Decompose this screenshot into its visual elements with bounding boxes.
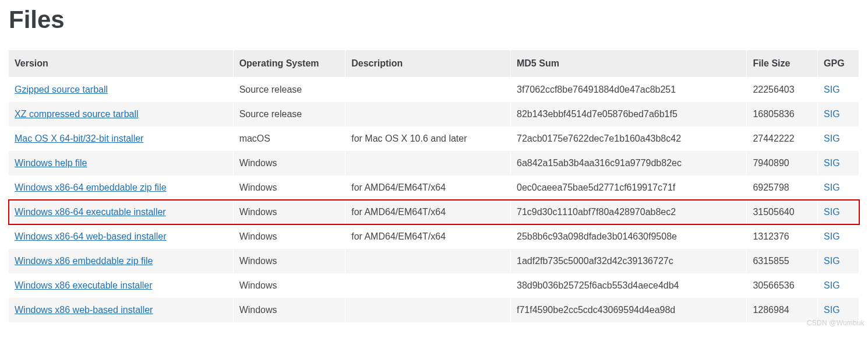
os-cell: Windows [233, 151, 345, 175]
md5-cell: 6a842a15ab3b4aa316c91a9779db82ec [510, 151, 746, 175]
md5-cell: 82b143ebbf4514d7e05876bed7a6b1f5 [510, 102, 746, 126]
filesize-cell: 6925798 [747, 175, 818, 200]
table-row: Windows x86-64 executable installerWindo… [9, 200, 859, 224]
watermark: CSDN @Wumbuk [807, 319, 865, 327]
version-link[interactable]: Windows x86-64 embeddable zip file [15, 182, 167, 192]
filesize-cell: 16805836 [747, 102, 818, 126]
filesize-cell: 22256403 [747, 78, 818, 103]
sig-link[interactable]: SIG [824, 231, 840, 241]
sig-link[interactable]: SIG [824, 207, 840, 217]
version-link[interactable]: Windows x86-64 executable installer [15, 207, 166, 217]
version-link[interactable]: Mac OS X 64-bit/32-bit installer [15, 133, 143, 143]
version-link[interactable]: Windows help file [15, 158, 87, 168]
sig-link[interactable]: SIG [824, 133, 840, 143]
filesize-cell: 7940890 [747, 151, 818, 175]
col-header-desc: Description [345, 50, 511, 78]
os-cell: Windows [233, 249, 345, 273]
version-link[interactable]: Windows x86 web-based installer [15, 305, 153, 315]
description-cell [345, 102, 511, 126]
md5-cell: 71c9d30c1110abf7f80a428970ab8ec2 [510, 200, 746, 224]
description-cell: for AMD64/EM64T/x64 [345, 175, 511, 200]
col-header-size: File Size [747, 50, 818, 78]
col-header-os: Operating System [233, 50, 345, 78]
table-row: Windows x86-64 embeddable zip fileWindow… [9, 175, 859, 200]
sig-link[interactable]: SIG [824, 280, 840, 290]
table-row: Windows x86 executable installerWindows3… [9, 273, 859, 298]
version-link[interactable]: Windows x86-64 web-based installer [15, 231, 167, 241]
table-row: Windows x86 web-based installerWindowsf7… [9, 298, 859, 322]
os-cell: Windows [233, 200, 345, 224]
md5-cell: 72acb0175e7622dec7e1b160a43b8c42 [510, 126, 746, 151]
os-cell: Windows [233, 298, 345, 322]
os-cell: Source release [233, 78, 345, 103]
description-cell [345, 78, 511, 103]
sig-link[interactable]: SIG [824, 182, 840, 192]
table-row: Windows x86 embeddable zip fileWindows1a… [9, 249, 859, 273]
page-title: Files [9, 6, 859, 34]
description-cell: for AMD64/EM64T/x64 [345, 224, 511, 249]
os-cell: macOS [233, 126, 345, 151]
description-cell [345, 298, 511, 322]
os-cell: Windows [233, 224, 345, 249]
table-row: Windows help fileWindows6a842a15ab3b4aa3… [9, 151, 859, 175]
description-cell [345, 273, 511, 298]
filesize-cell: 30566536 [747, 273, 818, 298]
version-link[interactable]: Gzipped source tarball [15, 85, 108, 94]
md5-cell: 38d9b036b25725f6acb553d4aece4db4 [510, 273, 746, 298]
filesize-cell: 27442222 [747, 126, 818, 151]
filesize-cell: 1312376 [747, 224, 818, 249]
table-row: XZ compressed source tarballSource relea… [9, 102, 859, 126]
os-cell: Source release [233, 102, 345, 126]
table-header-row: Version Operating System Description MD5… [9, 50, 859, 78]
col-header-md5: MD5 Sum [510, 50, 746, 78]
description-cell [345, 249, 511, 273]
table-row: Gzipped source tarballSource release3f70… [9, 78, 859, 103]
version-link[interactable]: XZ compressed source tarball [15, 109, 139, 119]
description-cell [345, 151, 511, 175]
table-row: Windows x86-64 web-based installerWindow… [9, 224, 859, 249]
col-header-version: Version [9, 50, 233, 78]
sig-link[interactable]: SIG [824, 109, 840, 119]
version-link[interactable]: Windows x86 executable installer [15, 280, 153, 290]
md5-cell: 3f7062ccf8be76491884d0e47ac8b251 [510, 78, 746, 103]
col-header-gpg: GPG [818, 50, 859, 78]
md5-cell: 25b8b6c93a098dfade3b014630f9508e [510, 224, 746, 249]
filesize-cell: 31505640 [747, 200, 818, 224]
description-cell: for Mac OS X 10.6 and later [345, 126, 511, 151]
filesize-cell: 6315855 [747, 249, 818, 273]
files-table: Version Operating System Description MD5… [9, 50, 859, 322]
sig-link[interactable]: SIG [824, 305, 840, 315]
md5-cell: 0ec0caeea75bae5d2771cf619917c71f [510, 175, 746, 200]
md5-cell: 1adf2fb735c5000af32d42c39136727c [510, 249, 746, 273]
os-cell: Windows [233, 273, 345, 298]
version-link[interactable]: Windows x86 embeddable zip file [15, 256, 153, 266]
os-cell: Windows [233, 175, 345, 200]
description-cell: for AMD64/EM64T/x64 [345, 200, 511, 224]
md5-cell: f71f4590be2cc5cdc43069594d4ea98d [510, 298, 746, 322]
sig-link[interactable]: SIG [824, 85, 840, 94]
sig-link[interactable]: SIG [824, 158, 840, 168]
table-row: Mac OS X 64-bit/32-bit installermacOSfor… [9, 126, 859, 151]
sig-link[interactable]: SIG [824, 256, 840, 266]
